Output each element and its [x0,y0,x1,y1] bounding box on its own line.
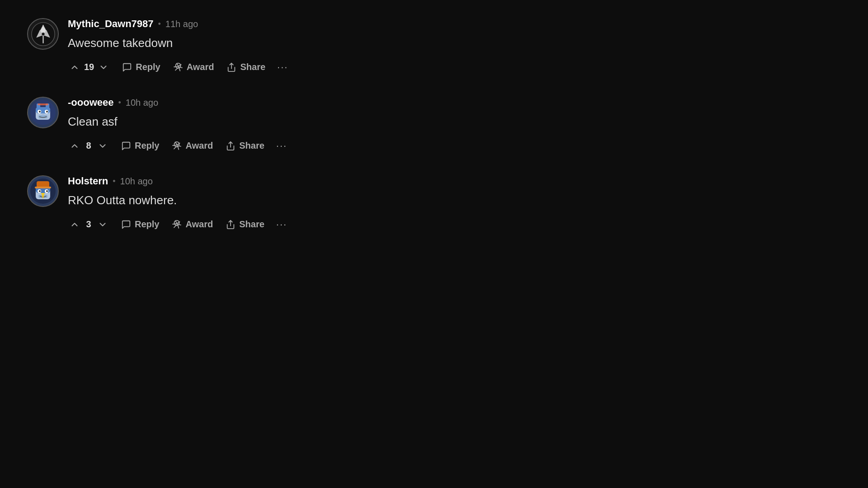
vote-count: 19 [84,62,94,72]
upvote-button[interactable] [68,139,81,153]
vote-section: 19 [68,61,110,74]
comment-username: -oooweee [68,97,113,108]
reply-button[interactable]: Reply [118,59,165,75]
comment-actions: 19 Reply [68,59,380,75]
comment-body: -oooweee • 10h ago Clean asf 8 [68,97,380,154]
award-label: Award [185,219,213,230]
award-button[interactable]: Award [169,59,219,75]
reply-label: Reply [135,141,159,151]
avatar [27,18,59,50]
svg-point-9 [39,111,41,113]
comment-text: RKO Outta nowhere. [68,193,380,207]
comment-body: Mythic_Dawn7987 • 11h ago Awesome takedo… [68,18,380,75]
upvote-button[interactable] [68,61,81,74]
award-button[interactable]: Award [167,216,217,232]
comment-item: -oooweee • 10h ago Clean asf 8 [27,97,380,154]
downvote-button[interactable] [96,218,109,231]
award-label: Award [185,141,213,151]
comment-username: Mythic_Dawn7987 [68,18,154,30]
downvote-button[interactable] [97,61,110,74]
more-button[interactable]: ··· [273,217,291,232]
comment-header: Mythic_Dawn7987 • 11h ago [68,18,380,30]
reply-button[interactable]: Reply [117,216,164,232]
comment-header: Holstern • 10h ago [68,175,380,187]
reply-label: Reply [135,219,159,230]
comment-text: Awesome takedown [68,36,380,50]
share-button[interactable]: Share [222,59,270,75]
vote-section: 8 [68,139,109,153]
comment-body: Holstern • 10h ago RKO Outta nowhere. 3 [68,175,380,232]
upvote-button[interactable] [68,218,81,231]
vote-section: 3 [68,218,109,231]
comment-text: Clean asf [68,115,380,129]
avatar [27,97,59,128]
more-button[interactable]: ··· [273,138,291,154]
svg-rect-22 [35,187,51,188]
comments-container: Mythic_Dawn7987 • 11h ago Awesome takedo… [0,0,407,272]
avatar [27,175,59,207]
svg-point-1 [41,32,44,35]
share-button[interactable]: Share [221,216,269,232]
comment-timestamp: 10h ago [126,98,158,108]
reply-button[interactable]: Reply [117,138,164,154]
share-button[interactable]: Share [221,138,269,154]
comment-item: Holstern • 10h ago RKO Outta nowhere. 3 [27,175,380,232]
svg-point-25 [39,190,41,192]
comment-timestamp: 11h ago [165,19,198,29]
svg-point-26 [46,190,48,192]
comment-username: Holstern [68,175,108,187]
share-label: Share [240,62,265,72]
more-button[interactable]: ··· [274,60,292,75]
award-label: Award [187,62,214,72]
reply-label: Reply [136,62,160,72]
comment-item: Mythic_Dawn7987 • 11h ago Awesome takedo… [27,18,380,75]
svg-rect-15 [38,103,48,105]
comment-actions: 3 Reply [68,216,380,232]
svg-point-14 [42,114,44,116]
svg-point-10 [46,111,48,113]
comment-header: -oooweee • 10h ago [68,97,380,108]
share-label: Share [239,219,264,230]
comment-timestamp: 10h ago [120,176,153,187]
vote-count: 3 [84,219,93,230]
downvote-button[interactable] [96,139,109,153]
share-label: Share [239,141,264,151]
vote-count: 8 [84,141,93,151]
comment-actions: 8 Reply [68,138,380,154]
award-button[interactable]: Award [167,138,217,154]
